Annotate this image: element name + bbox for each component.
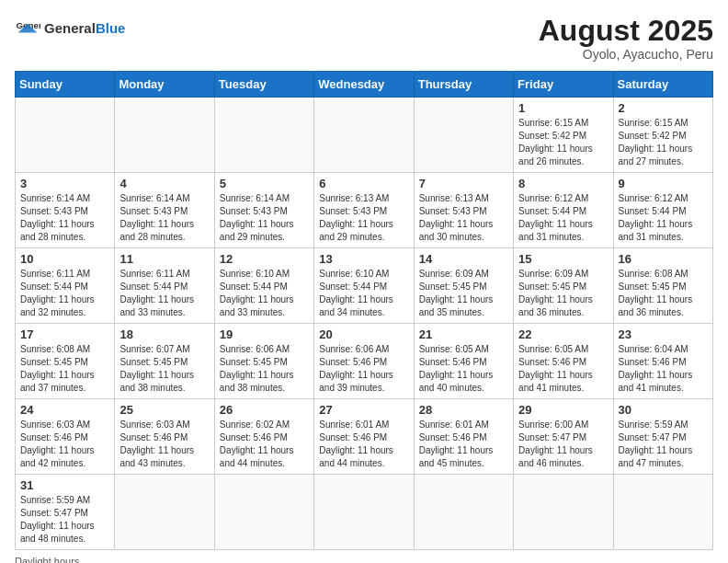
calendar-day-cell: 25Sunrise: 6:03 AM Sunset: 5:46 PM Dayli… bbox=[115, 399, 214, 475]
calendar-day-cell bbox=[115, 475, 214, 550]
day-number: 27 bbox=[319, 403, 408, 417]
day-info: Sunrise: 6:14 AM Sunset: 5:43 PM Dayligh… bbox=[119, 192, 209, 244]
day-info: Sunrise: 6:07 AM Sunset: 5:45 PM Dayligh… bbox=[119, 343, 209, 395]
day-info: Sunrise: 6:10 AM Sunset: 5:44 PM Dayligh… bbox=[319, 268, 408, 319]
day-info: Sunrise: 6:12 AM Sunset: 5:44 PM Dayligh… bbox=[619, 192, 708, 244]
day-info: Sunrise: 6:01 AM Sunset: 5:46 PM Dayligh… bbox=[419, 419, 508, 470]
calendar-day-cell bbox=[514, 475, 613, 550]
calendar-day-cell: 23Sunrise: 6:04 AM Sunset: 5:46 PM Dayli… bbox=[613, 324, 712, 399]
calendar-col-header: Monday bbox=[115, 72, 214, 98]
logo: General GeneralBlue bbox=[15, 15, 125, 40]
day-info: Sunrise: 6:10 AM Sunset: 5:44 PM Dayligh… bbox=[220, 268, 309, 319]
day-number: 12 bbox=[220, 252, 309, 266]
calendar-week-row: 10Sunrise: 6:11 AM Sunset: 5:44 PM Dayli… bbox=[16, 248, 713, 324]
calendar-week-row: 1Sunrise: 6:15 AM Sunset: 5:42 PM Daylig… bbox=[16, 98, 713, 173]
day-number: 25 bbox=[119, 403, 209, 417]
day-number: 8 bbox=[518, 177, 608, 190]
calendar-day-cell: 20Sunrise: 6:06 AM Sunset: 5:46 PM Dayli… bbox=[314, 324, 414, 399]
day-number: 6 bbox=[319, 177, 408, 190]
day-number: 20 bbox=[319, 327, 408, 341]
day-number: 29 bbox=[518, 403, 608, 417]
month-year-title: August 2025 bbox=[539, 15, 713, 47]
day-number: 18 bbox=[119, 327, 209, 341]
calendar-day-cell: 24Sunrise: 6:03 AM Sunset: 5:46 PM Dayli… bbox=[16, 399, 115, 475]
location-subtitle: Oyolo, Ayacucho, Peru bbox=[539, 47, 713, 62]
calendar-day-cell: 9Sunrise: 6:12 AM Sunset: 5:44 PM Daylig… bbox=[613, 173, 712, 248]
calendar-day-cell bbox=[214, 475, 313, 550]
calendar-day-cell: 11Sunrise: 6:11 AM Sunset: 5:44 PM Dayli… bbox=[115, 248, 214, 324]
calendar-day-cell: 31Sunrise: 5:59 AM Sunset: 5:47 PM Dayli… bbox=[16, 475, 115, 550]
day-info: Sunrise: 6:13 AM Sunset: 5:43 PM Dayligh… bbox=[319, 192, 408, 244]
calendar-header-row: SundayMondayTuesdayWednesdayThursdayFrid… bbox=[16, 72, 713, 98]
calendar-day-cell: 10Sunrise: 6:11 AM Sunset: 5:44 PM Dayli… bbox=[16, 248, 115, 324]
calendar-day-cell bbox=[613, 475, 712, 550]
calendar-day-cell bbox=[314, 98, 414, 173]
day-info: Sunrise: 6:05 AM Sunset: 5:46 PM Dayligh… bbox=[419, 343, 508, 395]
daylight-label: Daylight hours bbox=[15, 556, 79, 563]
day-info: Sunrise: 6:13 AM Sunset: 5:43 PM Dayligh… bbox=[419, 192, 508, 244]
calendar-day-cell: 4Sunrise: 6:14 AM Sunset: 5:43 PM Daylig… bbox=[115, 173, 214, 248]
calendar-day-cell: 2Sunrise: 6:15 AM Sunset: 5:42 PM Daylig… bbox=[613, 98, 712, 173]
day-info: Sunrise: 6:05 AM Sunset: 5:46 PM Dayligh… bbox=[518, 343, 608, 395]
calendar-week-row: 24Sunrise: 6:03 AM Sunset: 5:46 PM Dayli… bbox=[16, 399, 713, 475]
day-info: Sunrise: 6:14 AM Sunset: 5:43 PM Dayligh… bbox=[220, 192, 309, 244]
day-number: 14 bbox=[419, 252, 508, 266]
day-number: 21 bbox=[419, 327, 508, 341]
day-number: 13 bbox=[319, 252, 408, 266]
calendar-day-cell bbox=[314, 475, 414, 550]
calendar-day-cell: 7Sunrise: 6:13 AM Sunset: 5:43 PM Daylig… bbox=[414, 173, 513, 248]
calendar-day-cell: 28Sunrise: 6:01 AM Sunset: 5:46 PM Dayli… bbox=[414, 399, 513, 475]
day-number: 30 bbox=[619, 403, 708, 417]
calendar-day-cell: 17Sunrise: 6:08 AM Sunset: 5:45 PM Dayli… bbox=[16, 324, 115, 399]
calendar-day-cell bbox=[414, 475, 513, 550]
day-info: Sunrise: 6:00 AM Sunset: 5:47 PM Dayligh… bbox=[518, 419, 608, 470]
day-info: Sunrise: 6:08 AM Sunset: 5:45 PM Dayligh… bbox=[619, 268, 708, 319]
day-info: Sunrise: 6:09 AM Sunset: 5:45 PM Dayligh… bbox=[518, 268, 608, 319]
calendar-day-cell: 26Sunrise: 6:02 AM Sunset: 5:46 PM Dayli… bbox=[214, 399, 313, 475]
day-number: 17 bbox=[20, 327, 109, 341]
day-info: Sunrise: 6:11 AM Sunset: 5:44 PM Dayligh… bbox=[20, 268, 109, 319]
calendar-col-header: Friday bbox=[514, 72, 613, 98]
day-number: 3 bbox=[20, 177, 109, 190]
calendar-day-cell: 18Sunrise: 6:07 AM Sunset: 5:45 PM Dayli… bbox=[115, 324, 214, 399]
calendar-day-cell bbox=[115, 98, 214, 173]
day-info: Sunrise: 6:15 AM Sunset: 5:42 PM Dayligh… bbox=[619, 117, 708, 168]
calendar-day-cell bbox=[214, 98, 313, 173]
day-number: 4 bbox=[119, 177, 209, 190]
calendar-table: SundayMondayTuesdayWednesdayThursdayFrid… bbox=[15, 71, 713, 550]
day-number: 23 bbox=[619, 327, 708, 341]
calendar-col-header: Wednesday bbox=[314, 72, 414, 98]
day-number: 31 bbox=[20, 478, 109, 492]
calendar-day-cell: 19Sunrise: 6:06 AM Sunset: 5:45 PM Dayli… bbox=[214, 324, 313, 399]
calendar-day-cell: 30Sunrise: 5:59 AM Sunset: 5:47 PM Dayli… bbox=[613, 399, 712, 475]
calendar-week-row: 31Sunrise: 5:59 AM Sunset: 5:47 PM Dayli… bbox=[16, 475, 713, 550]
day-number: 10 bbox=[20, 252, 109, 266]
day-number: 5 bbox=[220, 177, 309, 190]
logo-icon: General bbox=[15, 15, 40, 40]
day-info: Sunrise: 6:08 AM Sunset: 5:45 PM Dayligh… bbox=[20, 343, 109, 395]
day-number: 16 bbox=[619, 252, 708, 266]
day-number: 26 bbox=[220, 403, 309, 417]
calendar-col-header: Sunday bbox=[16, 72, 115, 98]
calendar-day-cell: 13Sunrise: 6:10 AM Sunset: 5:44 PM Dayli… bbox=[314, 248, 414, 324]
day-info: Sunrise: 6:12 AM Sunset: 5:44 PM Dayligh… bbox=[518, 192, 608, 244]
calendar-day-cell: 5Sunrise: 6:14 AM Sunset: 5:43 PM Daylig… bbox=[214, 173, 313, 248]
day-number: 15 bbox=[518, 252, 608, 266]
calendar-day-cell: 21Sunrise: 6:05 AM Sunset: 5:46 PM Dayli… bbox=[414, 324, 513, 399]
day-info: Sunrise: 6:03 AM Sunset: 5:46 PM Dayligh… bbox=[119, 419, 209, 470]
calendar-day-cell bbox=[16, 98, 115, 173]
calendar-day-cell: 29Sunrise: 6:00 AM Sunset: 5:47 PM Dayli… bbox=[514, 399, 613, 475]
calendar-day-cell: 3Sunrise: 6:14 AM Sunset: 5:43 PM Daylig… bbox=[16, 173, 115, 248]
title-area: August 2025 Oyolo, Ayacucho, Peru bbox=[539, 15, 713, 62]
day-number: 19 bbox=[220, 327, 309, 341]
footer-note: Daylight hours bbox=[15, 556, 713, 563]
day-number: 22 bbox=[518, 327, 608, 341]
calendar-col-header: Thursday bbox=[414, 72, 513, 98]
day-info: Sunrise: 6:02 AM Sunset: 5:46 PM Dayligh… bbox=[220, 419, 309, 470]
day-info: Sunrise: 6:06 AM Sunset: 5:46 PM Dayligh… bbox=[319, 343, 408, 395]
day-info: Sunrise: 5:59 AM Sunset: 5:47 PM Dayligh… bbox=[619, 419, 708, 470]
day-number: 2 bbox=[619, 101, 708, 115]
calendar-day-cell: 22Sunrise: 6:05 AM Sunset: 5:46 PM Dayli… bbox=[514, 324, 613, 399]
day-number: 7 bbox=[419, 177, 508, 190]
calendar-col-header: Tuesday bbox=[214, 72, 313, 98]
